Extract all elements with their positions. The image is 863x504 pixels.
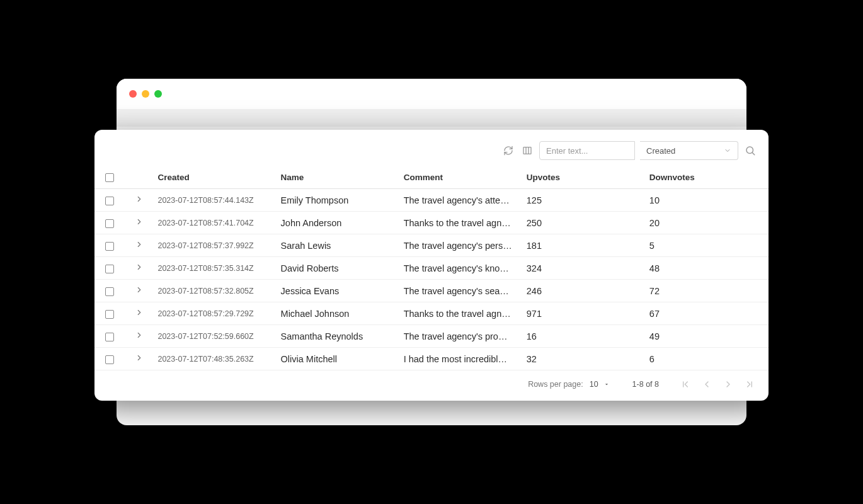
table-row[interactable]: 2023-07-12T08:57:41.704ZJohn AndersonTha… <box>94 212 769 234</box>
rows-per-page-value: 10 <box>590 380 598 389</box>
page-last-icon[interactable] <box>745 379 755 389</box>
cell-upvotes: 971 <box>523 302 646 325</box>
cell-upvotes: 32 <box>523 348 646 370</box>
table-row[interactable]: 2023-07-12T08:57:37.992ZSarah LewisThe t… <box>94 234 769 257</box>
cell-comment: The travel agency's sea… <box>400 280 523 302</box>
pagination-nav <box>680 379 755 389</box>
expand-row-icon[interactable] <box>135 353 144 362</box>
window-minimize-dot[interactable] <box>142 90 149 98</box>
table-row[interactable]: 2023-07-12T07:48:35.263ZOlivia MitchellI… <box>94 348 769 370</box>
rows-per-page-select[interactable]: 10 <box>590 380 610 389</box>
cell-comment: The travel agency's atte… <box>400 189 523 212</box>
cell-upvotes: 250 <box>523 212 646 234</box>
cell-name: Michael Johnson <box>277 302 400 325</box>
window-maximize-dot[interactable] <box>154 90 162 98</box>
cell-created: 2023-07-12T08:57:29.729Z <box>154 302 277 325</box>
svg-rect-0 <box>523 147 531 154</box>
pagination-range: 1-8 of 8 <box>632 380 659 389</box>
table-row[interactable]: 2023-07-12T08:57:35.314ZDavid RobertsThe… <box>94 257 769 280</box>
column-header-name[interactable]: Name <box>277 168 400 189</box>
row-checkbox[interactable] <box>105 265 114 273</box>
pagination-bar: Rows per page: 10 1-8 of 8 <box>94 370 769 401</box>
cell-name: John Anderson <box>277 212 400 234</box>
cell-created: 2023-07-12T07:48:35.263Z <box>154 348 277 370</box>
cell-comment: Thanks to the travel agn… <box>400 212 523 234</box>
filter-column-label: Created <box>646 146 675 156</box>
cell-created: 2023-07-12T07:52:59.660Z <box>154 325 277 348</box>
cell-downvotes: 67 <box>646 302 769 325</box>
expand-row-icon[interactable] <box>135 263 144 272</box>
table-row[interactable]: 2023-07-12T08:57:44.143ZEmily ThompsonTh… <box>94 189 769 212</box>
cell-comment: The travel agency's pers… <box>400 234 523 257</box>
column-header-downvotes[interactable]: Downvotes <box>646 168 769 189</box>
cell-downvotes: 5 <box>646 234 769 257</box>
svg-point-3 <box>746 147 753 154</box>
rows-per-page-label: Rows per page: <box>528 380 583 389</box>
cell-name: Sarah Lewis <box>277 234 400 257</box>
cell-upvotes: 246 <box>523 280 646 302</box>
column-header-comment[interactable]: Comment <box>400 168 523 189</box>
row-checkbox[interactable] <box>105 242 114 251</box>
table-row[interactable]: 2023-07-12T08:57:29.729ZMichael JohnsonT… <box>94 302 769 325</box>
cell-comment: Thanks to the travel agn… <box>400 302 523 325</box>
row-checkbox[interactable] <box>105 310 114 319</box>
cell-name: Samantha Reynolds <box>277 325 400 348</box>
cell-name: Olivia Mitchell <box>277 348 400 370</box>
expand-row-icon[interactable] <box>135 195 144 203</box>
row-checkbox[interactable] <box>105 197 114 205</box>
cell-created: 2023-07-12T08:57:44.143Z <box>154 189 277 212</box>
chevron-down-icon <box>724 147 731 154</box>
window-traffic-lights <box>129 90 162 98</box>
row-checkbox[interactable] <box>105 287 114 296</box>
table-row[interactable]: 2023-07-12T07:52:59.660ZSamantha Reynold… <box>94 325 769 348</box>
rows-per-page-group: Rows per page: 10 <box>528 380 609 389</box>
window-toolbar-strip <box>117 109 746 127</box>
row-checkbox[interactable] <box>105 333 114 341</box>
cell-name: Jessica Evans <box>277 280 400 302</box>
cell-downvotes: 72 <box>646 280 769 302</box>
data-table-card: Created Created Name Comment Upvotes Dow… <box>94 130 769 401</box>
table-toolbar: Created <box>94 141 769 168</box>
cell-upvotes: 16 <box>523 325 646 348</box>
cell-downvotes: 10 <box>646 189 769 212</box>
columns-icon[interactable] <box>520 144 534 158</box>
row-checkbox[interactable] <box>105 219 114 228</box>
filter-column-select[interactable]: Created <box>640 141 738 160</box>
cell-created: 2023-07-12T08:57:35.314Z <box>154 257 277 280</box>
cell-created: 2023-07-12T08:57:37.992Z <box>154 234 277 257</box>
data-table: Created Name Comment Upvotes Downvotes 2… <box>94 168 769 370</box>
cell-name: Emily Thompson <box>277 189 400 212</box>
window-titlebar <box>117 79 746 109</box>
cell-downvotes: 49 <box>646 325 769 348</box>
column-header-created[interactable]: Created <box>154 168 277 189</box>
table-row[interactable]: 2023-07-12T08:57:32.805ZJessica EvansThe… <box>94 280 769 302</box>
cell-downvotes: 6 <box>646 348 769 370</box>
expand-row-icon[interactable] <box>135 240 144 249</box>
cell-comment: I had the most incredibl… <box>400 348 523 370</box>
page-first-icon[interactable] <box>680 379 690 389</box>
select-all-checkbox[interactable] <box>105 173 114 182</box>
column-header-upvotes[interactable]: Upvotes <box>523 168 646 189</box>
expand-row-icon[interactable] <box>135 331 144 340</box>
cell-name: David Roberts <box>277 257 400 280</box>
refresh-icon[interactable] <box>501 144 515 158</box>
cell-created: 2023-07-12T08:57:41.704Z <box>154 212 277 234</box>
page-prev-icon[interactable] <box>702 379 712 389</box>
cell-downvotes: 48 <box>646 257 769 280</box>
expand-row-icon[interactable] <box>135 308 144 317</box>
row-checkbox[interactable] <box>105 355 114 364</box>
window-close-dot[interactable] <box>129 90 137 98</box>
expand-row-icon[interactable] <box>135 285 144 294</box>
search-icon[interactable] <box>743 144 757 158</box>
page-next-icon[interactable] <box>723 379 733 389</box>
cell-upvotes: 181 <box>523 234 646 257</box>
cell-comment: The travel agency's pro… <box>400 325 523 348</box>
search-input[interactable] <box>539 141 635 160</box>
cell-comment: The travel agency's kno… <box>400 257 523 280</box>
cell-upvotes: 125 <box>523 189 646 212</box>
cell-upvotes: 324 <box>523 257 646 280</box>
svg-line-4 <box>752 152 754 154</box>
cell-downvotes: 20 <box>646 212 769 234</box>
cell-created: 2023-07-12T08:57:32.805Z <box>154 280 277 302</box>
expand-row-icon[interactable] <box>135 217 144 226</box>
